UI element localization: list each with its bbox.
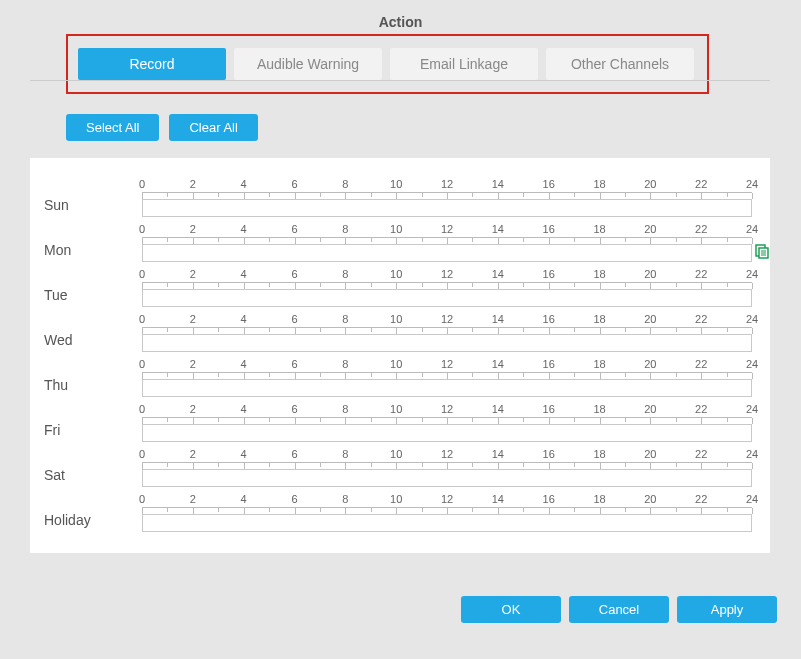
hour-label: 20 [644, 493, 656, 505]
day-row-mon: Mon024681012141618202224 [44, 217, 752, 262]
hour-label: 10 [390, 313, 402, 325]
tab-record[interactable]: Record [78, 48, 226, 80]
hour-label: 20 [644, 223, 656, 235]
hour-label: 0 [139, 403, 145, 415]
hour-label: 22 [695, 178, 707, 190]
hour-label: 20 [644, 178, 656, 190]
hour-label: 16 [543, 178, 555, 190]
schedule-bar[interactable] [142, 424, 752, 442]
page-title: Action [0, 0, 801, 30]
hour-label: 16 [543, 268, 555, 280]
hour-label: 2 [190, 268, 196, 280]
day-row-sat: Sat024681012141618202224 [44, 442, 752, 487]
day-row-wed: Wed024681012141618202224 [44, 307, 752, 352]
timeline: 024681012141618202224 [142, 493, 752, 532]
hour-label: 18 [593, 178, 605, 190]
hours-labels: 024681012141618202224 [142, 178, 752, 192]
day-label: Sat [44, 467, 142, 487]
schedule-bar[interactable] [142, 469, 752, 487]
ruler [142, 462, 752, 469]
hour-label: 18 [593, 223, 605, 235]
hour-label: 12 [441, 223, 453, 235]
hour-label: 20 [644, 358, 656, 370]
hour-label: 0 [139, 178, 145, 190]
schedule-panel: Sun024681012141618202224Mon0246810121416… [30, 158, 770, 553]
hour-label: 2 [190, 313, 196, 325]
tab-audible-warning[interactable]: Audible Warning [234, 48, 382, 80]
hour-label: 16 [543, 493, 555, 505]
hours-labels: 024681012141618202224 [142, 448, 752, 462]
hour-label: 18 [593, 268, 605, 280]
hour-label: 6 [291, 313, 297, 325]
copy-schedule-icon[interactable] [754, 243, 770, 259]
hour-label: 24 [746, 313, 758, 325]
hour-label: 10 [390, 448, 402, 460]
hour-label: 12 [441, 493, 453, 505]
hour-label: 24 [746, 358, 758, 370]
ruler [142, 237, 752, 244]
hour-label: 10 [390, 223, 402, 235]
hour-label: 22 [695, 268, 707, 280]
hour-label: 8 [342, 178, 348, 190]
hour-label: 8 [342, 403, 348, 415]
day-label: Tue [44, 287, 142, 307]
hour-label: 22 [695, 493, 707, 505]
apply-button[interactable]: Apply [677, 596, 777, 623]
hour-label: 12 [441, 178, 453, 190]
hour-label: 22 [695, 403, 707, 415]
hour-label: 2 [190, 178, 196, 190]
cancel-button[interactable]: Cancel [569, 596, 669, 623]
hour-label: 8 [342, 268, 348, 280]
hour-label: 20 [644, 448, 656, 460]
select-all-button[interactable]: Select All [66, 114, 159, 141]
hour-label: 16 [543, 448, 555, 460]
hour-label: 2 [190, 448, 196, 460]
hour-label: 6 [291, 493, 297, 505]
ruler [142, 282, 752, 289]
tab-email-linkage[interactable]: Email Linkage [390, 48, 538, 80]
timeline: 024681012141618202224 [142, 223, 752, 262]
hour-label: 14 [492, 313, 504, 325]
ok-button[interactable]: OK [461, 596, 561, 623]
hour-label: 4 [241, 223, 247, 235]
hours-labels: 024681012141618202224 [142, 358, 752, 372]
schedule-bar[interactable] [142, 199, 752, 217]
day-label: Wed [44, 332, 142, 352]
day-label: Fri [44, 422, 142, 442]
schedule-bar[interactable] [142, 289, 752, 307]
schedule-bar[interactable] [142, 244, 752, 262]
tabs-underline [30, 80, 770, 81]
hours-labels: 024681012141618202224 [142, 268, 752, 282]
schedule-bar[interactable] [142, 379, 752, 397]
tab-other-channels[interactable]: Other Channels [546, 48, 694, 80]
hour-label: 24 [746, 178, 758, 190]
schedule-bar[interactable] [142, 334, 752, 352]
hour-label: 22 [695, 223, 707, 235]
day-label: Holiday [44, 512, 142, 532]
hour-label: 4 [241, 313, 247, 325]
hour-label: 6 [291, 448, 297, 460]
hour-label: 24 [746, 223, 758, 235]
clear-all-button[interactable]: Clear All [169, 114, 257, 141]
day-row-thu: Thu024681012141618202224 [44, 352, 752, 397]
hour-label: 18 [593, 313, 605, 325]
ruler [142, 327, 752, 334]
hour-label: 14 [492, 358, 504, 370]
hour-label: 18 [593, 448, 605, 460]
schedule-bar[interactable] [142, 514, 752, 532]
hour-label: 22 [695, 448, 707, 460]
hour-label: 18 [593, 403, 605, 415]
hour-label: 0 [139, 358, 145, 370]
hour-label: 20 [644, 313, 656, 325]
hour-label: 6 [291, 268, 297, 280]
day-row-holiday: Holiday024681012141618202224 [44, 487, 752, 532]
hour-label: 0 [139, 313, 145, 325]
hour-label: 8 [342, 448, 348, 460]
footer-buttons: OK Cancel Apply [0, 596, 801, 623]
timeline: 024681012141618202224 [142, 268, 752, 307]
hour-label: 24 [746, 448, 758, 460]
hour-label: 0 [139, 493, 145, 505]
tabs-row: RecordAudible WarningEmail LinkageOther … [78, 48, 694, 80]
hour-label: 2 [190, 493, 196, 505]
hour-label: 22 [695, 358, 707, 370]
